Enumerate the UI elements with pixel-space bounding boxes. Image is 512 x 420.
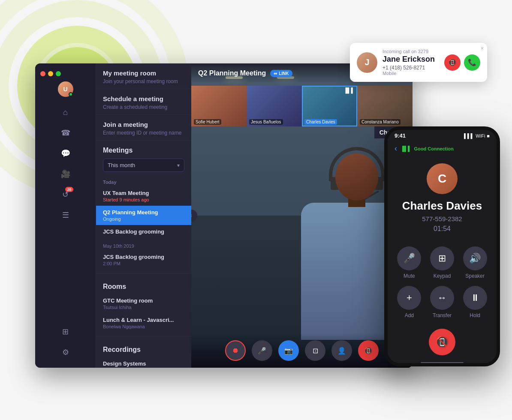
month-filter-label: This month [108, 162, 135, 168]
nav-item-meetings[interactable]: 🎥 [57, 165, 74, 183]
keypad-ctrl-btn[interactable]: ⊞ Keypad [429, 246, 455, 279]
nav-item-contacts[interactable]: ☰ [57, 207, 74, 224]
phone-time: 9:41 [395, 132, 406, 139]
nav-item-voicemail[interactable]: ↺ 28 [57, 186, 74, 203]
transfer-icon: ↔ [430, 286, 454, 310]
month-filter-dropdown[interactable]: This month ▾ [103, 159, 184, 172]
link-badge[interactable]: ⇔ LINK [270, 70, 292, 77]
nav-item-settings[interactable]: ⚙ [57, 344, 74, 361]
chat-icon: 💬 [61, 149, 70, 158]
mute-button[interactable]: 🎤 [252, 340, 272, 361]
participant-thumb-charles[interactable]: Charles Davies ▐▌▌ [302, 86, 357, 126]
phone-caller-section: C Charles Davies 577-559-2382 01:54 [388, 156, 497, 238]
transfer-ctrl-btn[interactable]: ↔ Transfer [429, 286, 455, 318]
keypad-ctrl-icon: ⊞ [430, 246, 454, 270]
user-status-indicator [69, 92, 73, 96]
meetings-section-title: Meetings [103, 147, 184, 154]
screen-share-button[interactable]: ⊡ [305, 340, 325, 361]
phone-icon: ☎ [61, 128, 70, 138]
incoming-call-popup: × J Incoming call on 3279 Jane Erickson … [350, 43, 487, 82]
signal-bars-icon: ▐▌▌ [401, 146, 412, 152]
meetings-section-header: Meetings This month ▾ [96, 141, 191, 175]
add-ctrl-btn[interactable]: + Add [396, 286, 422, 318]
video-title-group: Q2 Planning Meeting ⇔ LINK [198, 69, 292, 77]
window-maximize-btn[interactable] [56, 71, 61, 76]
camera-button[interactable]: 📷 [278, 340, 299, 361]
contacts-icon: ☰ [62, 210, 69, 220]
phone-screen: 9:41 ▌▌▌ WiFi ■ ‹ ▐▌▌ Good Connection C … [388, 130, 497, 363]
user-avatar-container[interactable]: U [58, 81, 73, 97]
call-duration-timer: 01:54 [434, 225, 451, 233]
participant-thumb-sofie[interactable]: Sofie Hubert [191, 86, 247, 126]
grid-icon: ⊞ [62, 327, 69, 336]
keypad-ctrl-label: Keypad [434, 273, 451, 279]
add-call-icon: + [397, 286, 421, 310]
link-icon: ⇔ [274, 71, 277, 76]
meeting-item-ux-team[interactable]: UX Team Meeting Started 9 minutes ago [96, 186, 191, 206]
incoming-call-header-text: Incoming call on 3279 [382, 49, 439, 54]
meeting-name-q2: Q2 Planning Meeting [103, 209, 184, 216]
window-minimize-btn[interactable] [48, 71, 53, 76]
mute-ctrl-btn[interactable]: 🎤 Mute [396, 246, 422, 279]
room-item-lunch[interactable]: Lunch & Learn - Javascri... Bonelwa Ngqa… [96, 313, 191, 333]
video-controls-bar: ⏺ 🎤 📷 ⊡ 👤 📵 [191, 333, 413, 368]
meeting-item-jcs-today[interactable]: JCS Backlog grooming [96, 225, 191, 238]
active-speaker-icon: ▐▌▌ [343, 87, 355, 93]
transfer-ctrl-label: Transfer [433, 312, 452, 318]
meeting-item-q2-planning[interactable]: Q2 Planning Meeting Ongoing [96, 206, 191, 225]
person-head [335, 153, 378, 201]
speaker-ctrl-icon: 🔊 [463, 246, 487, 270]
nav-item-messages[interactable]: 💬 [57, 145, 74, 162]
phone-home-bar [388, 362, 497, 364]
nav-item-grid[interactable]: ⊞ [57, 323, 74, 340]
speaker-ctrl-btn[interactable]: 🔊 Speaker [462, 246, 488, 279]
record-button[interactable]: ⏺ [225, 340, 246, 361]
schedule-meeting-subtitle: Create a scheduled meeting [103, 104, 184, 110]
meeting-name-ux: UX Team Meeting [103, 190, 184, 196]
room-item-gtc[interactable]: GTC Meeting room Tsutsui Ichiha [96, 294, 191, 313]
signal-icon: ▌▌▌ [464, 133, 474, 138]
date-group-label: May 10th 2019 [96, 238, 191, 250]
settings-gear-icon: ⚙ [62, 348, 69, 357]
caller-name: Charles Davies [402, 199, 482, 213]
hold-ctrl-btn[interactable]: ⏸ Hold [462, 286, 488, 318]
phone-call-controls: 🎤 Mute ⊞ Keypad 🔊 Speaker + Add ↔ Transf… [388, 238, 497, 324]
head-container [335, 153, 378, 201]
window-close-btn[interactable] [40, 71, 45, 76]
join-meeting-section[interactable]: Join a meeting Enter meeting ID or meeti… [96, 115, 191, 140]
window-controls [35, 68, 66, 81]
meeting-item-jcs-may[interactable]: JCS Backlog grooming 2:00 PM [96, 250, 191, 270]
add-participant-button[interactable]: 👤 [331, 340, 352, 361]
end-call-button[interactable]: 📵 [358, 340, 379, 361]
phone-status-icons: ▌▌▌ WiFi ■ [464, 133, 490, 138]
join-meeting-subtitle: Enter meeting ID or meeting name [103, 130, 184, 136]
participant-thumb-constanza[interactable]: Constanza Mariano [357, 86, 413, 126]
participant-name-sofie: Sofie Hubert [194, 119, 221, 125]
participants-strip: Sofie Hubert Jesus Bañuelos Charles Davi… [191, 86, 413, 126]
decline-call-button[interactable]: 📵 [444, 54, 461, 71]
sidebar: U ⌂ ☎ 💬 🎥 ↺ 28 ☰ [35, 63, 96, 368]
speaker-ctrl-label: Speaker [465, 273, 485, 279]
dropdown-chevron-icon: ▾ [177, 162, 180, 168]
my-meeting-room-section[interactable]: My meeting room Join your personal meeti… [96, 63, 191, 89]
participant-thumb-jesus[interactable]: Jesus Bañuelos [247, 86, 302, 126]
meeting-status-q2: Ongoing [103, 216, 184, 222]
nav-item-home[interactable]: ⌂ [57, 104, 74, 121]
add-ctrl-label: Add [405, 312, 414, 318]
connection-label: Good Connection [414, 146, 454, 151]
nav-item-calls[interactable]: ☎ [57, 124, 74, 141]
popup-close-button[interactable]: × [481, 45, 484, 51]
phone-back-button[interactable]: ‹ [395, 144, 397, 153]
hold-ctrl-label: Hold [470, 312, 480, 318]
phone-hangup-button[interactable]: 📵 [429, 329, 455, 355]
link-badge-text: LINK [279, 71, 289, 76]
recording-item-design[interactable]: Design Systems Oct 10th at 3:00PM [96, 357, 191, 368]
meeting-name-jcs-today: JCS Backlog grooming [103, 228, 184, 235]
accept-call-button[interactable]: 📞 [464, 54, 480, 71]
schedule-meeting-title: Schedule a meeting [103, 95, 184, 102]
wifi-icon: WiFi [476, 133, 485, 138]
main-panel: My meeting room Join your personal meeti… [96, 63, 191, 368]
meeting-time-jcs-may: 2:00 PM [103, 261, 184, 266]
schedule-meeting-section[interactable]: Schedule a meeting Create a scheduled me… [96, 89, 191, 114]
incoming-call-info: Incoming call on 3279 Jane Erickson +1 (… [382, 49, 439, 76]
